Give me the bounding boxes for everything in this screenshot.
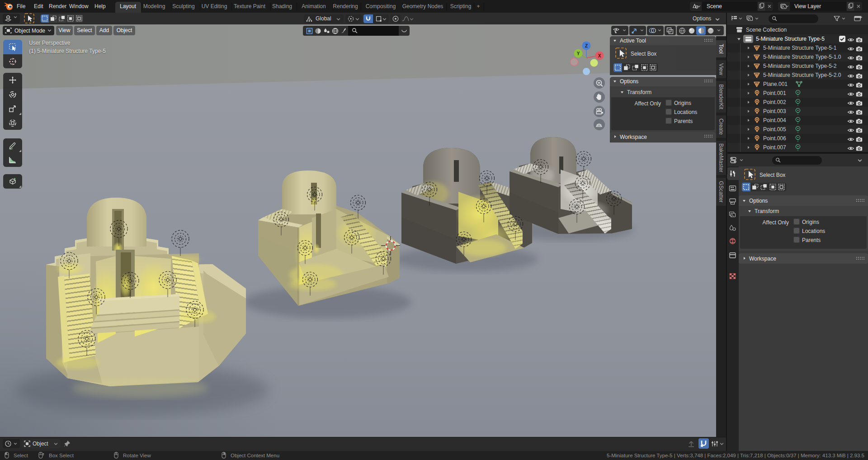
svg-text:X: X: [598, 53, 601, 58]
svg-text:Y: Y: [577, 51, 580, 56]
svg-text:Z: Z: [585, 43, 588, 48]
